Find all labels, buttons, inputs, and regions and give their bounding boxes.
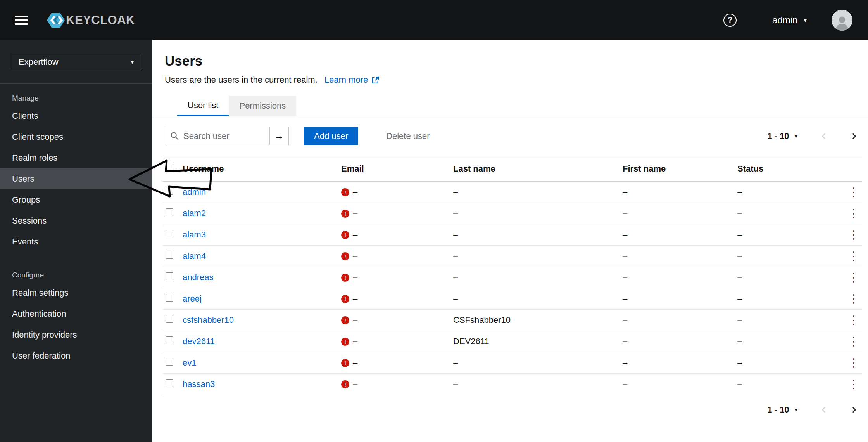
kebab-menu-icon[interactable]: ⋮ bbox=[845, 378, 862, 390]
email-value: – bbox=[353, 251, 357, 261]
email-value: – bbox=[353, 294, 357, 304]
kebab-menu-icon[interactable]: ⋮ bbox=[845, 208, 862, 219]
header-email: Email bbox=[341, 164, 453, 174]
row-checkbox[interactable] bbox=[166, 358, 173, 366]
pagination-caret-icon[interactable]: ▾ bbox=[794, 406, 797, 413]
status-value: – bbox=[737, 358, 845, 368]
user-name: admin bbox=[772, 15, 797, 26]
row-checkbox[interactable] bbox=[166, 187, 173, 195]
warning-icon: ! bbox=[341, 316, 349, 324]
pagination-next-button[interactable] bbox=[849, 406, 858, 414]
username-link[interactable]: ev1 bbox=[183, 358, 196, 367]
email-value: – bbox=[353, 315, 357, 325]
email-value: – bbox=[353, 187, 357, 197]
header-status: Status bbox=[737, 164, 845, 174]
row-checkbox[interactable] bbox=[166, 379, 173, 387]
kebab-menu-icon[interactable]: ⋮ bbox=[845, 357, 862, 369]
warning-icon: ! bbox=[341, 231, 349, 239]
row-checkbox[interactable] bbox=[166, 230, 173, 237]
chevron-left-icon bbox=[820, 132, 828, 140]
divider bbox=[0, 83, 152, 84]
delete-user-button[interactable]: Delete user bbox=[384, 131, 432, 142]
header-first-name: First name bbox=[623, 164, 737, 174]
kebab-menu-icon[interactable]: ⋮ bbox=[845, 186, 862, 198]
username-link[interactable]: alam2 bbox=[183, 208, 206, 218]
email-value: – bbox=[353, 208, 357, 218]
pagination-prev-button[interactable] bbox=[820, 406, 828, 414]
username-link[interactable]: andreas bbox=[183, 272, 214, 282]
sidebar-item-realm-settings[interactable]: Realm settings bbox=[0, 283, 152, 303]
avatar[interactable] bbox=[832, 10, 852, 31]
table-header-row: Username Email Last name First name Stat… bbox=[163, 156, 862, 182]
select-all-checkbox[interactable] bbox=[166, 164, 173, 172]
users-table: Username Email Last name First name Stat… bbox=[163, 156, 862, 395]
learn-more-link[interactable]: Learn more bbox=[324, 75, 380, 85]
sidebar-item-user-federation[interactable]: User federation bbox=[0, 345, 152, 366]
kebab-menu-icon[interactable]: ⋮ bbox=[845, 229, 862, 241]
username-link[interactable]: dev2611 bbox=[183, 336, 215, 346]
row-checkbox[interactable] bbox=[166, 336, 173, 344]
sidebar-item-realm-roles[interactable]: Realm roles bbox=[0, 147, 152, 168]
pagination-top: 1 - 10 ▾ bbox=[767, 131, 858, 141]
username-link[interactable]: admin bbox=[183, 187, 206, 197]
row-checkbox[interactable] bbox=[166, 315, 173, 323]
realm-selector[interactable]: Expertflow ▾ bbox=[12, 53, 140, 71]
pagination-range: 1 - 10 bbox=[767, 405, 789, 415]
sidebar-item-client-scopes[interactable]: Client scopes bbox=[0, 127, 152, 147]
sidebar-item-clients[interactable]: Clients bbox=[0, 106, 152, 127]
row-checkbox[interactable] bbox=[166, 272, 173, 280]
search-input[interactable] bbox=[165, 127, 270, 145]
table-row: areej !– – – – ⋮ bbox=[163, 288, 862, 310]
status-value: – bbox=[737, 230, 845, 240]
table-row: hassan3 !– – – – ⋮ bbox=[163, 374, 862, 395]
help-icon[interactable]: ? bbox=[723, 14, 737, 27]
last-name-value: DEV2611 bbox=[453, 336, 623, 347]
sidebar-item-authentication[interactable]: Authentication bbox=[0, 303, 152, 324]
realm-name: Expertflow bbox=[19, 57, 59, 67]
tab-permissions[interactable]: Permissions bbox=[229, 96, 296, 116]
username-link[interactable]: csfshabber10 bbox=[183, 315, 234, 325]
kebab-menu-icon[interactable]: ⋮ bbox=[845, 314, 862, 326]
first-name-value: – bbox=[623, 358, 737, 368]
first-name-value: – bbox=[623, 230, 737, 240]
person-icon bbox=[833, 14, 851, 31]
first-name-value: – bbox=[623, 294, 737, 304]
pagination-next-button[interactable] bbox=[849, 132, 858, 140]
table-row: alam2 !– – – – ⋮ bbox=[163, 203, 862, 224]
header-last-name: Last name bbox=[453, 164, 623, 174]
sidebar-item-groups[interactable]: Groups bbox=[0, 189, 152, 210]
kebab-menu-icon[interactable]: ⋮ bbox=[845, 293, 862, 305]
row-checkbox[interactable] bbox=[166, 251, 173, 259]
user-menu[interactable]: admin ▾ bbox=[772, 15, 807, 26]
last-name-value: – bbox=[453, 230, 623, 240]
sidebar-item-users[interactable]: Users bbox=[0, 168, 152, 189]
row-checkbox[interactable] bbox=[166, 294, 173, 302]
last-name-value: – bbox=[453, 251, 623, 261]
sidebar-item-sessions[interactable]: Sessions bbox=[0, 210, 152, 231]
keycloak-logo: KEYCLOAK bbox=[47, 11, 135, 29]
username-link[interactable]: areej bbox=[183, 294, 202, 303]
sidebar-item-events[interactable]: Events bbox=[0, 231, 152, 252]
search-submit-button[interactable]: → bbox=[270, 127, 289, 145]
table-row: ev1 !– – – – ⋮ bbox=[163, 352, 862, 374]
kebab-menu-icon[interactable]: ⋮ bbox=[845, 336, 862, 347]
pagination-caret-icon[interactable]: ▾ bbox=[794, 133, 797, 140]
table-row: alam4 !– – – – ⋮ bbox=[163, 246, 862, 267]
status-value: – bbox=[737, 294, 845, 304]
kebab-menu-icon[interactable]: ⋮ bbox=[845, 272, 862, 283]
sidebar-item-identity-providers[interactable]: Identity providers bbox=[0, 324, 152, 345]
kebab-menu-icon[interactable]: ⋮ bbox=[845, 250, 862, 262]
warning-icon: ! bbox=[341, 380, 349, 388]
username-link[interactable]: hassan3 bbox=[183, 379, 215, 389]
first-name-value: – bbox=[623, 272, 737, 283]
hamburger-menu-icon[interactable] bbox=[15, 13, 28, 27]
username-link[interactable]: alam3 bbox=[183, 230, 206, 239]
last-name-value: – bbox=[453, 208, 623, 218]
tab-user-list[interactable]: User list bbox=[177, 96, 229, 116]
row-checkbox[interactable] bbox=[166, 208, 173, 216]
username-link[interactable]: alam4 bbox=[183, 251, 206, 261]
warning-icon: ! bbox=[341, 210, 349, 218]
add-user-button[interactable]: Add user bbox=[304, 127, 358, 145]
pagination-prev-button[interactable] bbox=[820, 132, 828, 140]
main-content: Users Users are the users in the current… bbox=[152, 40, 868, 442]
